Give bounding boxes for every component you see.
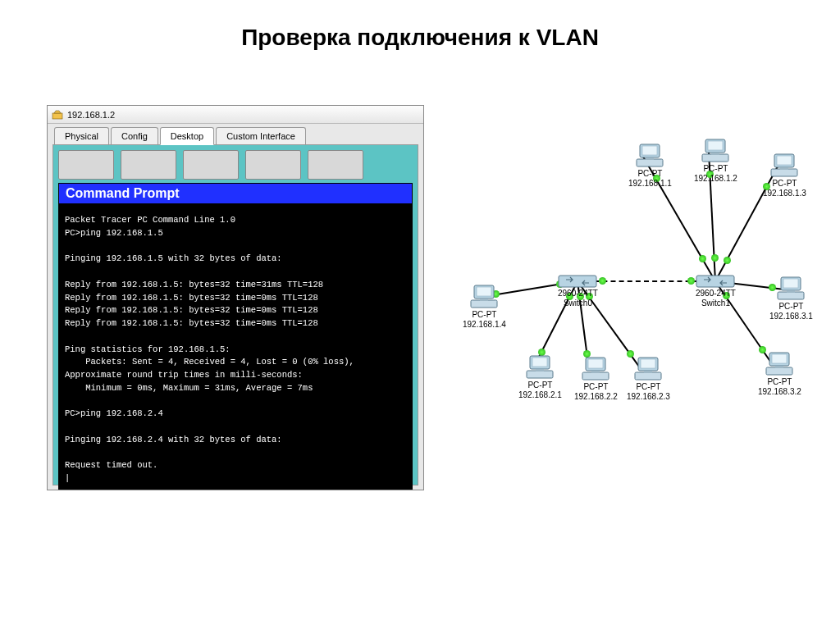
pc-device[interactable]: PC-PT192.168.1.3 bbox=[763, 153, 806, 198]
device-type-label: 2960-24TT bbox=[696, 289, 736, 299]
svg-rect-19 bbox=[527, 371, 553, 378]
svg-rect-36 bbox=[775, 366, 783, 368]
svg-rect-6 bbox=[708, 141, 723, 150]
link-status-led bbox=[699, 255, 706, 262]
network-link bbox=[578, 280, 715, 282]
device-name-label: 192.168.1.1 bbox=[628, 179, 672, 189]
window-titlebar[interactable]: 192.168.1.2 bbox=[48, 106, 423, 124]
device-type-label: PC-PT bbox=[463, 310, 506, 320]
desktop-app-icon[interactable] bbox=[183, 150, 239, 180]
pc-icon bbox=[765, 351, 794, 377]
svg-rect-10 bbox=[777, 156, 792, 165]
command-prompt-titlebar: Command Prompt bbox=[58, 183, 413, 204]
network-topology: PC-PT192.168.1.1 PC-PT192.168.1.2 PC-PT1… bbox=[443, 138, 820, 441]
svg-rect-15 bbox=[471, 300, 497, 308]
device-name-label: 192.168.2.1 bbox=[518, 390, 562, 400]
tab-config[interactable]: Config bbox=[111, 127, 158, 144]
pc-device[interactable]: PC-PT192.168.1.2 bbox=[694, 138, 737, 183]
pc-icon bbox=[633, 356, 663, 382]
switch-device[interactable]: 2960-24TTSwitch1 bbox=[696, 272, 736, 308]
device-name-label: 192.168.1.2 bbox=[694, 174, 737, 184]
link-status-led bbox=[711, 254, 719, 262]
device-type-label: PC-PT bbox=[628, 169, 672, 179]
desktop-area: Command Prompt Packet Tracer PC Command … bbox=[52, 144, 418, 485]
device-name-label: 192.168.2.3 bbox=[627, 392, 670, 402]
device-name-label: 192.168.3.1 bbox=[769, 312, 813, 321]
svg-rect-24 bbox=[591, 371, 600, 373]
link-status-led bbox=[724, 257, 731, 264]
svg-rect-30 bbox=[783, 279, 798, 288]
svg-rect-35 bbox=[766, 367, 792, 375]
command-prompt-output[interactable]: Packet Tracer PC Command Line 1.0 PC>pin… bbox=[58, 204, 413, 490]
device-type-label: PC-PT bbox=[627, 382, 670, 392]
desktop-app-icon[interactable] bbox=[308, 150, 363, 180]
window-tabs: Physical Config Desktop Custom Interface bbox=[48, 127, 423, 144]
link-status-led bbox=[599, 277, 606, 285]
desktop-app-icon[interactable] bbox=[121, 150, 176, 180]
device-type-label: PC-PT bbox=[769, 302, 813, 312]
svg-rect-18 bbox=[532, 358, 547, 367]
svg-rect-38 bbox=[696, 276, 734, 287]
window-title: 192.168.1.2 bbox=[67, 110, 115, 120]
pc-icon bbox=[776, 276, 806, 302]
device-type-label: PC-PT bbox=[758, 377, 801, 387]
svg-rect-28 bbox=[644, 371, 652, 373]
svg-rect-22 bbox=[588, 359, 603, 368]
svg-rect-2 bbox=[642, 146, 657, 155]
pc-device[interactable]: PC-PT192.168.1.1 bbox=[628, 143, 672, 188]
device-name-label: 192.168.1.4 bbox=[463, 320, 506, 330]
device-name-label: 192.168.1.3 bbox=[763, 189, 806, 198]
svg-rect-27 bbox=[635, 372, 661, 380]
device-name-label: Switch1 bbox=[696, 299, 736, 308]
svg-rect-32 bbox=[787, 290, 795, 293]
device-type-label: PC-PT bbox=[763, 179, 806, 189]
desktop-icon-row bbox=[58, 150, 413, 180]
switch-device[interactable]: 2960-24TTSwitch0 bbox=[558, 272, 598, 308]
desktop-app-icon[interactable] bbox=[58, 150, 114, 180]
tab-physical[interactable]: Physical bbox=[54, 127, 109, 144]
pc-device[interactable]: PC-PT192.168.3.1 bbox=[769, 276, 813, 321]
svg-rect-20 bbox=[536, 369, 544, 371]
svg-rect-7 bbox=[702, 154, 728, 162]
svg-rect-31 bbox=[778, 292, 804, 299]
svg-rect-26 bbox=[641, 359, 655, 368]
device-type-label: PC-PT bbox=[518, 381, 562, 390]
svg-rect-3 bbox=[637, 159, 663, 166]
device-name-label: Switch0 bbox=[558, 299, 598, 308]
pc-device[interactable]: PC-PT192.168.1.4 bbox=[463, 284, 506, 329]
pc-device[interactable]: PC-PT192.168.3.2 bbox=[758, 351, 801, 396]
pc-icon bbox=[469, 284, 499, 310]
pc-icon bbox=[769, 153, 799, 179]
svg-rect-8 bbox=[711, 153, 719, 155]
svg-rect-11 bbox=[771, 169, 797, 176]
pc-icon bbox=[635, 143, 664, 169]
switch-icon bbox=[558, 272, 597, 289]
tab-desktop[interactable]: Desktop bbox=[160, 127, 214, 145]
desktop-app-icon[interactable] bbox=[245, 150, 301, 180]
svg-rect-37 bbox=[559, 276, 596, 287]
pc-device[interactable]: PC-PT192.168.2.3 bbox=[627, 356, 670, 401]
link-status-led bbox=[687, 277, 695, 285]
page-title: Проверка подключения к VLAN bbox=[0, 0, 840, 67]
svg-rect-12 bbox=[780, 167, 788, 170]
svg-rect-14 bbox=[477, 287, 491, 296]
pc-icon bbox=[581, 356, 610, 382]
device-name-label: 192.168.3.2 bbox=[758, 387, 801, 397]
svg-rect-16 bbox=[480, 299, 488, 301]
device-type-label: PC-PT bbox=[574, 382, 618, 392]
switch-icon bbox=[696, 272, 735, 289]
device-type-label: 2960-24TT bbox=[558, 289, 598, 299]
svg-rect-34 bbox=[772, 354, 787, 363]
packet-tracer-icon bbox=[52, 109, 63, 121]
svg-rect-4 bbox=[646, 157, 654, 160]
device-type-label: PC-PT bbox=[694, 164, 737, 174]
pc-icon bbox=[701, 138, 730, 164]
svg-rect-0 bbox=[52, 113, 62, 119]
device-name-label: 192.168.2.2 bbox=[574, 392, 618, 402]
pc-device[interactable]: PC-PT192.168.2.1 bbox=[518, 354, 562, 399]
packet-tracer-window: 192.168.1.2 Physical Config Desktop Cust… bbox=[47, 105, 424, 490]
tab-custom-interface[interactable]: Custom Interface bbox=[216, 127, 306, 144]
pc-icon bbox=[525, 354, 555, 381]
svg-rect-23 bbox=[582, 372, 609, 380]
pc-device[interactable]: PC-PT192.168.2.2 bbox=[574, 356, 618, 401]
